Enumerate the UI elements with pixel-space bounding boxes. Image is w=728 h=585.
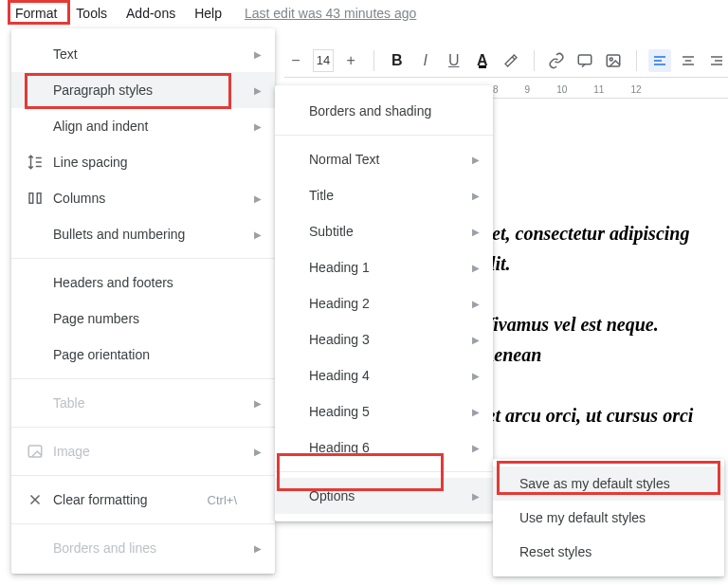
menu-item-page-orientation[interactable]: Page orientation — [11, 337, 275, 373]
menu-item-label: Reset styles — [519, 544, 686, 559]
toolbar-separator — [636, 50, 637, 71]
align-right-icon — [709, 53, 724, 68]
svg-rect-0 — [579, 55, 592, 64]
menu-item-clear-formatting[interactable]: Clear formatting Ctrl+\ — [11, 482, 275, 518]
menu-divider — [11, 523, 275, 524]
ruler-tick: 12 — [630, 84, 641, 95]
align-left-button[interactable] — [648, 49, 671, 72]
menu-item-heading-6[interactable]: Heading 6 ▶ — [275, 430, 493, 466]
submenu-arrow-icon: ▶ — [254, 193, 262, 204]
ruler-tick: 8 — [493, 84, 499, 95]
underline-button[interactable]: U — [443, 49, 465, 72]
submenu-arrow-icon: ▶ — [254, 543, 262, 554]
menubar: Format Tools Add-ons Help Last edit was … — [0, 0, 728, 27]
menu-item-reset-styles[interactable]: Reset styles — [493, 535, 724, 569]
submenu-arrow-icon: ▶ — [254, 121, 262, 132]
menu-divider — [11, 378, 275, 379]
menu-item-align-indent[interactable]: Align and indent ▶ — [11, 108, 275, 144]
line-spacing-icon — [27, 154, 53, 171]
menu-item-label: Heading 1 — [309, 260, 455, 275]
menu-item-page-numbers[interactable]: Page numbers — [11, 301, 275, 337]
menu-item-label: Heading 2 — [309, 296, 455, 311]
submenu-arrow-icon: ▶ — [472, 491, 480, 502]
submenu-arrow-icon: ▶ — [254, 229, 262, 240]
menu-tools[interactable]: Tools — [66, 2, 117, 25]
menu-item-label: Headers and footers — [53, 275, 237, 290]
menu-item-label: Paragraph styles — [53, 82, 237, 98]
link-icon — [548, 52, 565, 69]
menu-item-label: Use my default styles — [519, 510, 686, 525]
toolbar-separator — [534, 50, 535, 71]
submenu-arrow-icon: ▶ — [472, 335, 480, 345]
options-menu: Save as my default styles Use my default… — [493, 459, 724, 576]
menu-item-label: Heading 3 — [309, 332, 455, 347]
menu-item-label: Heading 6 — [309, 440, 455, 455]
menu-item-heading-4[interactable]: Heading 4 ▶ — [275, 357, 493, 393]
menu-item-label: Heading 4 — [309, 368, 455, 383]
menu-item-borders-shading[interactable]: Borders and shading — [275, 93, 493, 129]
align-right-button[interactable] — [705, 49, 728, 72]
svg-rect-3 — [28, 446, 42, 457]
menu-item-save-default-styles[interactable]: Save as my default styles — [493, 466, 724, 501]
submenu-arrow-icon: ▶ — [472, 227, 480, 237]
menu-item-title[interactable]: Title ▶ — [275, 177, 493, 213]
submenu-arrow-icon: ▶ — [472, 407, 480, 417]
menu-item-label: Subtitle — [309, 224, 455, 239]
submenu-arrow-icon: ▶ — [472, 155, 480, 165]
menu-item-use-default-styles[interactable]: Use my default styles — [493, 501, 724, 535]
menu-format[interactable]: Format — [6, 2, 66, 25]
menu-item-bullets-numbering[interactable]: Bullets and numbering ▶ — [11, 216, 275, 252]
menu-divider — [275, 135, 493, 136]
menu-item-paragraph-styles[interactable]: Paragraph styles ▶ — [11, 72, 275, 108]
menu-item-heading-2[interactable]: Heading 2 ▶ — [275, 285, 493, 321]
menu-item-label: Clear formatting — [53, 492, 185, 507]
text-color-button[interactable]: A — [471, 49, 494, 72]
menu-divider — [11, 427, 275, 428]
menu-item-label: Save as my default styles — [519, 476, 686, 491]
menu-item-shortcut: Ctrl+\ — [208, 493, 237, 507]
insert-link-button[interactable] — [545, 49, 568, 72]
menu-addons[interactable]: Add-ons — [117, 2, 185, 25]
menu-item-heading-1[interactable]: Heading 1 ▶ — [275, 249, 493, 285]
submenu-arrow-icon: ▶ — [254, 85, 262, 96]
menu-item-label: Image — [53, 444, 237, 459]
insert-comment-button[interactable] — [573, 49, 596, 72]
menu-item-label: Borders and shading — [309, 103, 455, 119]
menu-help[interactable]: Help — [185, 2, 231, 25]
submenu-arrow-icon: ▶ — [472, 299, 480, 309]
font-size-increase-button[interactable]: + — [339, 49, 362, 72]
menu-item-heading-3[interactable]: Heading 3 ▶ — [275, 321, 493, 357]
menu-item-label: Line spacing — [53, 155, 237, 170]
menu-item-image: Image ▶ — [11, 433, 275, 469]
menu-item-headers-footers[interactable]: Headers and footers — [11, 265, 275, 301]
last-edit-text[interactable]: Last edit was 43 minutes ago — [245, 6, 416, 21]
bold-button[interactable]: B — [386, 49, 409, 72]
menu-item-normal-text[interactable]: Normal Text ▶ — [275, 141, 493, 177]
menu-item-heading-5[interactable]: Heading 5 ▶ — [275, 393, 493, 430]
insert-image-button[interactable] — [602, 49, 625, 72]
menu-item-label: Page numbers — [53, 311, 237, 326]
menu-item-label: Options — [309, 488, 455, 503]
svg-rect-1 — [608, 55, 621, 66]
highlighter-icon — [503, 53, 519, 68]
menu-item-options[interactable]: Options ▶ — [275, 478, 493, 514]
font-size-input[interactable]: 14 — [313, 49, 334, 72]
align-center-button[interactable] — [677, 49, 700, 72]
format-menu: Text ▶ Paragraph styles ▶ Align and inde… — [11, 28, 275, 574]
menu-item-label: Bullets and numbering — [53, 227, 237, 242]
font-size-decrease-button[interactable]: − — [284, 49, 307, 72]
doc-line: net, consectetur adipiscing elit. — [482, 218, 720, 279]
menu-item-label: Columns — [53, 191, 237, 206]
paragraph-styles-menu: Borders and shading Normal Text ▶ Title … — [275, 85, 493, 521]
menu-item-borders-lines: Borders and lines ▶ — [11, 530, 275, 566]
menu-item-columns[interactable]: Columns ▶ — [11, 180, 275, 216]
highlight-color-button[interactable] — [500, 49, 522, 72]
submenu-arrow-icon: ▶ — [254, 49, 262, 60]
menu-item-label: Table — [53, 395, 237, 411]
menu-item-text[interactable]: Text ▶ — [11, 36, 275, 72]
menu-item-label: Text — [53, 46, 237, 62]
italic-button[interactable]: I — [414, 49, 437, 72]
menu-divider — [11, 475, 275, 476]
menu-item-subtitle[interactable]: Subtitle ▶ — [275, 213, 493, 249]
menu-item-line-spacing[interactable]: Line spacing — [11, 144, 275, 180]
